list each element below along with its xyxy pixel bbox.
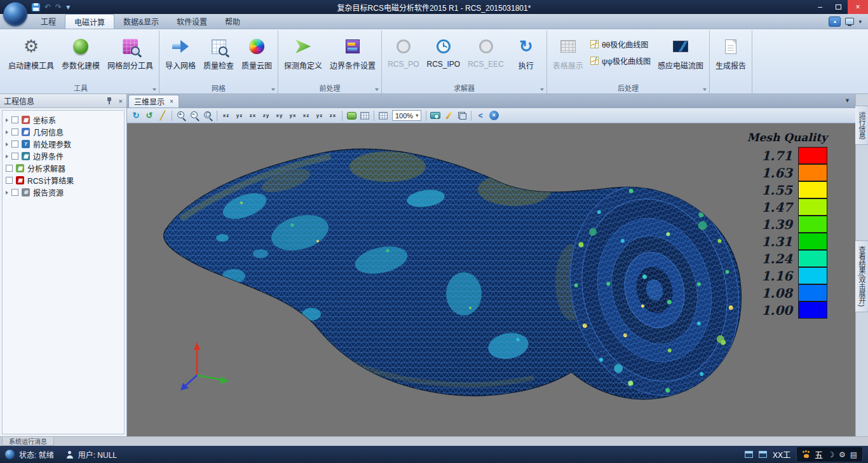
light-button[interactable] bbox=[442, 109, 455, 121]
induced-current-map-button[interactable]: 感应电磁流图 bbox=[654, 32, 707, 85]
tab-view-results[interactable]: 查看结果(双击展开) bbox=[855, 240, 868, 312]
generate-report-button[interactable]: 生成报告 bbox=[712, 32, 750, 85]
rcs-po-button[interactable]: RCS_PO bbox=[384, 32, 423, 85]
ime-paw-icon[interactable] bbox=[802, 451, 810, 459]
checkbox[interactable] bbox=[11, 128, 18, 135]
tabrow-caret-icon[interactable]: ▾ bbox=[858, 18, 862, 25]
pin-icon[interactable] bbox=[106, 97, 112, 105]
tab-software-settings[interactable]: 软件设置 bbox=[168, 14, 216, 29]
zoom-window-button[interactable]: ▢ bbox=[201, 109, 214, 121]
group-caret-icon[interactable] bbox=[271, 88, 275, 91]
app-menu-orb[interactable] bbox=[3, 2, 27, 26]
expand-arrow-icon[interactable] bbox=[6, 118, 8, 122]
group-caret-icon[interactable] bbox=[540, 88, 544, 91]
mesh-display-button[interactable] bbox=[377, 109, 390, 121]
view-xy-button[interactable]: xy bbox=[273, 109, 286, 121]
close-button[interactable]: × bbox=[848, 0, 868, 14]
shaded-mode-button[interactable] bbox=[345, 109, 358, 121]
zoom-level-select[interactable]: 100% ▾ bbox=[392, 110, 421, 121]
tab-project[interactable]: 工程 bbox=[32, 14, 65, 29]
execute-button[interactable]: ↻ 执行 bbox=[508, 32, 545, 85]
group-caret-icon[interactable] bbox=[375, 88, 379, 91]
measure-button[interactable]: ╱ bbox=[156, 109, 169, 121]
copy-view-button[interactable] bbox=[456, 109, 468, 121]
tree-item-rcs-results[interactable]: ▣ RCS计算结果 bbox=[3, 174, 124, 186]
import-mesh-button[interactable]: 导入网格 bbox=[161, 32, 200, 85]
screenshot-button[interactable] bbox=[429, 109, 442, 121]
tab-run-info[interactable]: 运行信息 bbox=[855, 106, 868, 145]
view-iso2-button[interactable]: yz bbox=[313, 109, 326, 121]
save-icon[interactable] bbox=[32, 3, 40, 11]
tab-3d-display[interactable]: 三维显示 × bbox=[128, 95, 179, 107]
tab-em-calculation[interactable]: 电磁计算 bbox=[65, 14, 114, 29]
mesh-partition-tool-button[interactable]: 网格剖分工具 bbox=[104, 32, 157, 85]
tree-item-report-resources[interactable]: ⚙ 报告资源 bbox=[3, 186, 124, 198]
launch-modeling-tool-button[interactable]: ⚙ 启动建模工具 bbox=[4, 32, 58, 85]
moon-icon[interactable]: ☽ bbox=[827, 451, 834, 459]
checkbox[interactable] bbox=[6, 165, 13, 172]
ime-settings-gear-icon[interactable]: ⚙ bbox=[839, 451, 846, 459]
model-3d[interactable] bbox=[127, 123, 855, 436]
rcs-ipo-button[interactable]: RCS_IPO bbox=[423, 32, 464, 85]
probe-angle-button[interactable]: 探测角定义 bbox=[280, 32, 326, 85]
qat-caret-icon[interactable]: ▾ bbox=[66, 3, 70, 11]
ime-keyboard-icon[interactable]: ▤ bbox=[850, 451, 857, 459]
doc-tab-close-icon[interactable]: × bbox=[170, 98, 173, 105]
minimize-ribbon-button[interactable]: ▲ bbox=[829, 17, 841, 27]
rotate-view-button[interactable]: ↻ bbox=[130, 109, 142, 121]
ime-mode-wubi[interactable]: 五 bbox=[815, 448, 823, 460]
view-iso3-button[interactable]: zx bbox=[327, 109, 339, 121]
window-icon[interactable] bbox=[745, 451, 753, 458]
tree-item-preprocess-params[interactable]: T 前处理参数 bbox=[3, 138, 124, 150]
view-zx-button[interactable]: zx bbox=[247, 109, 259, 121]
checkbox[interactable] bbox=[11, 153, 18, 160]
monitor-icon[interactable] bbox=[845, 18, 854, 25]
checkbox[interactable] bbox=[11, 116, 18, 123]
orbit-view-button[interactable]: ↺ bbox=[143, 109, 156, 121]
view-yz-button[interactable]: yz bbox=[233, 109, 246, 121]
redo-icon[interactable]: ↷ bbox=[55, 3, 62, 11]
rcs-eec-button[interactable]: RCS_EEC bbox=[464, 32, 508, 85]
checkbox[interactable] bbox=[11, 189, 18, 196]
boundary-settings-button[interactable]: 边界条件设置 bbox=[326, 32, 379, 85]
expand-arrow-icon[interactable] bbox=[6, 142, 8, 146]
quality-cloud-button[interactable]: 质量云图 bbox=[238, 32, 276, 85]
undo-icon[interactable]: ↶ bbox=[44, 3, 51, 11]
tab-system-messages[interactable]: 系统运行消息 bbox=[2, 437, 54, 446]
checkbox[interactable] bbox=[11, 141, 18, 148]
doctabs-caret-icon[interactable]: ▼ bbox=[844, 97, 850, 104]
view-yx-button[interactable]: yx bbox=[287, 109, 299, 121]
minimize-button[interactable]: – bbox=[811, 0, 829, 14]
tree-item-boundary-conditions[interactable]: ▦ 边界条件 bbox=[3, 150, 124, 162]
expand-arrow-icon[interactable] bbox=[6, 155, 8, 158]
tree-item-coordinate-system[interactable]: ▦ 坐标系 bbox=[3, 114, 124, 126]
wireframe-mode-button[interactable] bbox=[358, 109, 371, 121]
tree-item-geometry-info[interactable]: ▦ 几何信息 bbox=[3, 126, 124, 138]
psi-polarization-curve-button[interactable]: ψψ极化曲线图 bbox=[587, 53, 654, 68]
viewport-3d[interactable]: Mesh Quality 1.71 1.63 1.55 1.47 1.39 1.… bbox=[127, 123, 855, 436]
expand-arrow-icon[interactable] bbox=[6, 191, 8, 195]
panel-close-icon[interactable]: × bbox=[119, 97, 123, 105]
group-caret-icon[interactable] bbox=[153, 88, 156, 91]
view-zy-button[interactable]: zy bbox=[260, 109, 273, 121]
zoom-in-button[interactable]: + bbox=[175, 109, 187, 121]
table-display-button[interactable]: 表格展示 bbox=[549, 32, 587, 85]
ime-toolbar[interactable]: 五 ☽ ⚙ ▤ bbox=[796, 446, 863, 462]
view-xz-button[interactable]: xz bbox=[220, 109, 233, 121]
maximize-button[interactable] bbox=[829, 0, 848, 14]
close-view-button[interactable]: × bbox=[487, 109, 500, 121]
theta-polarization-curve-button[interactable]: θθ极化曲线图 bbox=[587, 37, 654, 52]
expand-arrow-icon[interactable] bbox=[6, 130, 8, 134]
zoom-out-button[interactable]: − bbox=[188, 109, 201, 121]
parametric-modeling-button[interactable]: 参数化建模 bbox=[58, 32, 104, 85]
document-icon bbox=[725, 39, 736, 54]
export-view-button[interactable]: < bbox=[474, 109, 487, 121]
quality-check-button[interactable]: 质量检查 bbox=[200, 32, 238, 85]
group-caret-icon[interactable] bbox=[703, 88, 707, 91]
tab-data-display[interactable]: 数据&显示 bbox=[114, 14, 168, 29]
tree-item-analysis-solver[interactable]: ▦ 分析求解器 bbox=[3, 162, 124, 174]
window-icon[interactable] bbox=[759, 451, 767, 458]
tab-help[interactable]: 帮助 bbox=[216, 14, 249, 29]
checkbox[interactable] bbox=[6, 177, 13, 184]
view-iso1-button[interactable]: xz bbox=[300, 109, 313, 121]
